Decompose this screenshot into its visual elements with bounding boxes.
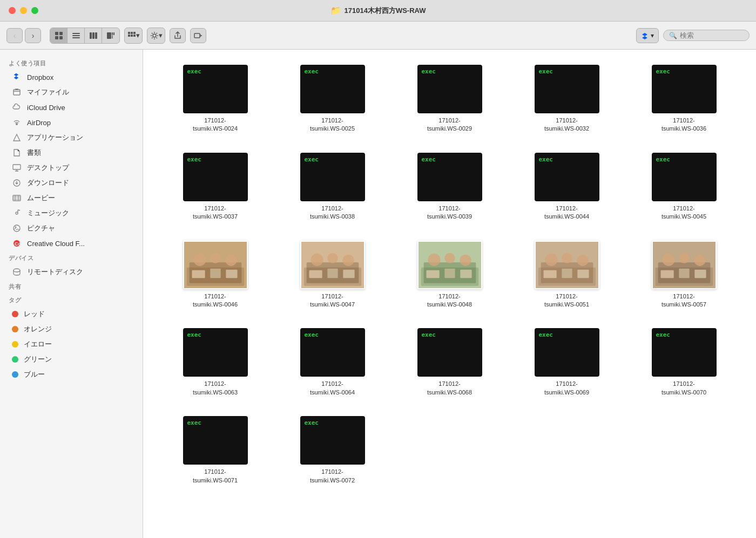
- file-item[interactable]: exec 171012-tsumiki.WS-0072: [276, 412, 388, 489]
- sidebar-frequent-label: よく使う項目: [0, 56, 143, 70]
- file-item[interactable]: exec 171012-tsumiki.WS-0038: [276, 148, 388, 226]
- share-button[interactable]: [170, 28, 186, 43]
- svg-point-26: [16, 123, 18, 125]
- svg-rect-22: [194, 33, 200, 38]
- exec-label: exec: [422, 331, 436, 338]
- photo-thumb: [300, 241, 365, 289]
- icloud-icon: [12, 103, 22, 112]
- view-list-button[interactable]: [68, 28, 85, 43]
- tag-button[interactable]: [190, 28, 206, 43]
- sidebar-item-dropbox[interactable]: Dropbox: [3, 70, 139, 85]
- file-item[interactable]: exec 171012-tsumiki.WS-0036: [628, 60, 740, 138]
- file-item[interactable]: exec 171012-tsumiki.WS-0070: [628, 324, 740, 401]
- sidebar-item-pictures[interactable]: ピクチャ: [3, 221, 139, 236]
- tag-yellow-dot: [12, 341, 18, 348]
- list-icon: [72, 31, 80, 40]
- file-item[interactable]: 171012-tsumiki.WS-0047: [276, 236, 388, 314]
- sidebar-item-airdrop[interactable]: AirDrop: [3, 115, 139, 130]
- file-item[interactable]: exec 171012-tsumiki.WS-0064: [276, 324, 388, 401]
- svg-rect-4: [72, 33, 80, 34]
- file-name: 171012-tsumiki.WS-0038: [310, 205, 355, 221]
- svg-rect-20: [133, 35, 136, 37]
- search-box[interactable]: 🔍: [663, 30, 750, 41]
- forward-button[interactable]: ›: [25, 28, 41, 43]
- downloads-icon: [12, 178, 22, 188]
- file-item[interactable]: exec 171012-tsumiki.WS-0029: [394, 60, 505, 138]
- sidebar-item-pictures-label: ピクチャ: [27, 223, 55, 233]
- svg-point-46: [310, 253, 323, 265]
- file-item[interactable]: 171012-tsumiki.WS-0048: [394, 236, 505, 314]
- sidebar-item-tag-yellow[interactable]: イエロー: [3, 337, 139, 352]
- maximize-button[interactable]: [31, 7, 38, 14]
- svg-point-48: [342, 254, 354, 265]
- file-item[interactable]: exec 171012-tsumiki.WS-0071: [159, 412, 271, 489]
- sidebar-item-creativecloud[interactable]: Cc Creative Cloud F...: [3, 236, 139, 251]
- view-cover-button[interactable]: [102, 28, 119, 43]
- photo-sim: [653, 242, 716, 288]
- sidebar-item-applications[interactable]: アプリケーション: [3, 130, 139, 145]
- exec-label: exec: [656, 68, 671, 75]
- exec-label: exec: [187, 156, 202, 163]
- view-more-button[interactable]: ▾: [125, 28, 142, 43]
- sidebar-item-documents[interactable]: 書類: [3, 145, 139, 160]
- svg-point-73: [662, 253, 674, 265]
- svg-rect-12: [112, 36, 113, 37]
- svg-rect-25: [14, 90, 20, 95]
- minimize-button[interactable]: [20, 7, 27, 14]
- sidebar-item-icloud[interactable]: iCloud Drive: [3, 100, 139, 115]
- svg-rect-50: [309, 270, 322, 278]
- exec-label: exec: [539, 331, 554, 338]
- file-name: 171012-tsumiki.WS-0032: [544, 117, 589, 133]
- file-item[interactable]: exec 171012-tsumiki.WS-0069: [511, 324, 623, 401]
- sidebar-item-music[interactable]: ミュージック: [3, 206, 139, 221]
- photo-sim: [184, 242, 247, 288]
- view-more-group: ▾: [124, 28, 143, 44]
- file-item[interactable]: exec 171012-tsumiki.WS-0044: [511, 148, 623, 226]
- file-item[interactable]: exec 171012-tsumiki.WS-0068: [394, 324, 505, 401]
- exec-label: exec: [656, 331, 671, 338]
- file-item[interactable]: exec 171012-tsumiki.WS-0024: [159, 60, 271, 138]
- sidebar-item-tag-orange[interactable]: オレンジ: [3, 322, 139, 337]
- action-group: ▾: [147, 28, 165, 44]
- window-title: 📁 171014木村西方WS-RAW: [330, 5, 426, 16]
- svg-rect-29: [13, 195, 21, 201]
- file-item[interactable]: exec 171012-tsumiki.WS-0025: [276, 60, 388, 138]
- dropbox-sidebar-icon: [12, 72, 22, 82]
- view-icons-button[interactable]: [50, 28, 68, 43]
- search-input[interactable]: [680, 31, 739, 39]
- dropbox-toolbar-button[interactable]: ▾: [636, 28, 659, 43]
- action-button[interactable]: ▾: [147, 28, 165, 43]
- exec-thumb: exec: [535, 153, 599, 201]
- file-item[interactable]: exec 171012-tsumiki.WS-0037: [159, 148, 271, 226]
- exec-label: exec: [187, 419, 202, 426]
- sidebar-item-downloads[interactable]: ダウンロード: [3, 175, 139, 190]
- sidebar-item-movies[interactable]: ムービー: [3, 190, 139, 206]
- file-item[interactable]: 171012-tsumiki.WS-0051: [511, 236, 623, 314]
- svg-rect-52: [343, 269, 354, 277]
- view-columns-button[interactable]: [85, 28, 102, 43]
- sidebar-shared-label: 共有: [0, 280, 143, 293]
- svg-marker-24: [14, 73, 18, 79]
- file-name: 171012-tsumiki.WS-0045: [662, 205, 706, 221]
- sidebar-item-desktop[interactable]: デスクトップ: [3, 160, 139, 175]
- exec-label: exec: [422, 156, 436, 163]
- sidebar-item-tag-blue[interactable]: ブルー: [3, 367, 139, 382]
- sidebar-item-tag-red[interactable]: レッド: [3, 307, 139, 322]
- sidebar-item-remotedisk[interactable]: リモートディスク: [3, 264, 139, 280]
- file-item[interactable]: exec 171012-tsumiki.WS-0032: [511, 60, 623, 138]
- remotedisk-icon: [12, 267, 22, 277]
- back-button[interactable]: ‹: [6, 28, 23, 43]
- sidebar-item-myfiles-label: マイファイル: [27, 87, 69, 97]
- file-item[interactable]: exec 171012-tsumiki.WS-0063: [159, 324, 271, 401]
- file-item[interactable]: 171012-tsumiki.WS-0046: [159, 236, 271, 314]
- sidebar-item-tag-green[interactable]: グリーン: [3, 352, 139, 367]
- svg-rect-18: [128, 35, 130, 37]
- file-item[interactable]: exec 171012-tsumiki.WS-0045: [628, 148, 740, 226]
- svg-point-30: [14, 225, 20, 231]
- file-item[interactable]: 171012-tsumiki.WS-0057: [628, 236, 740, 314]
- exec-label: exec: [187, 68, 202, 75]
- sidebar-item-myfiles[interactable]: マイファイル: [3, 85, 139, 100]
- myfiles-icon: [12, 87, 22, 97]
- file-item[interactable]: exec 171012-tsumiki.WS-0039: [394, 148, 505, 226]
- close-button[interactable]: [9, 7, 16, 14]
